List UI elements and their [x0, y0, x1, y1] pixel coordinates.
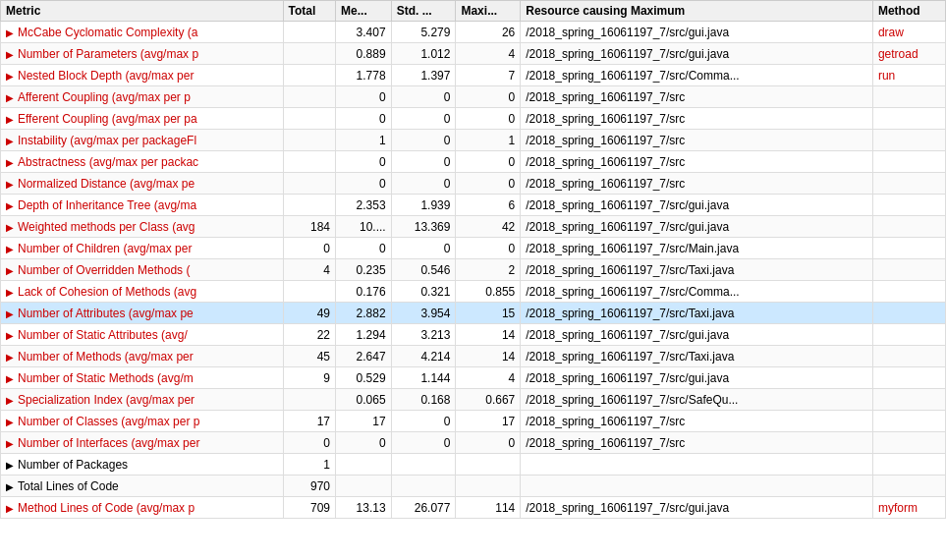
table-row[interactable]: ▶ Number of Classes (avg/max per p171701…: [1, 411, 946, 432]
chevron-icon[interactable]: ▶: [6, 28, 18, 38]
total-cell: 22: [283, 324, 336, 346]
metric-label: Instability (avg/max per packageFl: [18, 134, 196, 147]
total-cell: 0: [283, 238, 336, 259]
table-row[interactable]: ▶ Number of Overridden Methods (40.2350.…: [1, 259, 946, 281]
metric-cell: ▶ Number of Children (avg/max per: [1, 238, 284, 259]
chevron-icon[interactable]: ▶: [6, 92, 18, 103]
table-row[interactable]: ▶ Instability (avg/max per packageFl101/…: [1, 130, 946, 151]
mean-cell: 0.529: [336, 367, 392, 389]
std-cell: 0: [391, 238, 456, 259]
metric-label: Total Lines of Code: [18, 479, 119, 493]
table-row[interactable]: ▶ Lack of Cohesion of Methods (avg0.1760…: [1, 281, 946, 303]
total-cell: [283, 281, 336, 303]
chevron-icon[interactable]: ▶: [6, 352, 18, 363]
max-cell: 14: [456, 346, 521, 367]
chevron-icon[interactable]: ▶: [6, 481, 18, 492]
table-row[interactable]: ▶ Nested Block Depth (avg/max per1.7781.…: [1, 65, 946, 86]
col-header-resource[interactable]: Resource causing Maximum: [521, 1, 873, 22]
table-row[interactable]: ▶ Weighted methods per Class (avg18410..…: [1, 216, 946, 238]
method-cell: [872, 432, 945, 454]
mean-cell: 0: [336, 108, 392, 130]
method-cell: [872, 389, 945, 411]
chevron-icon[interactable]: ▶: [6, 417, 18, 427]
method-cell: [872, 151, 945, 173]
metric-cell: ▶ Number of Attributes (avg/max pe: [1, 303, 284, 324]
table-row[interactable]: ▶ Number of Static Methods (avg/m90.5291…: [1, 367, 946, 389]
metric-cell: ▶ Number of Packages: [1, 454, 284, 476]
max-cell: 14: [456, 324, 521, 346]
mean-cell: 0: [336, 151, 392, 173]
table-row[interactable]: ▶ Method Lines of Code (avg/max p70913.1…: [1, 497, 946, 519]
table-row[interactable]: ▶ Total Lines of Code970: [1, 476, 946, 497]
resource-cell: /2018_spring_16061197_7/src: [521, 130, 873, 151]
metric-label: Number of Static Attributes (avg/: [18, 328, 188, 342]
chevron-icon[interactable]: ▶: [6, 265, 18, 276]
resource-cell: /2018_spring_16061197_7/src/gui.java: [521, 195, 873, 216]
chevron-icon[interactable]: ▶: [6, 71, 18, 82]
metric-cell: ▶ Normalized Distance (avg/max pe: [1, 173, 284, 195]
metric-cell: ▶ Depth of Inheritance Tree (avg/ma: [1, 195, 284, 216]
table-row[interactable]: ▶ Depth of Inheritance Tree (avg/ma2.353…: [1, 195, 946, 216]
resource-cell: /2018_spring_16061197_7/src: [521, 411, 873, 432]
std-cell: [391, 476, 456, 497]
chevron-icon[interactable]: ▶: [6, 157, 18, 168]
chevron-icon[interactable]: ▶: [6, 330, 18, 341]
mean-cell: [336, 454, 392, 476]
std-cell: 0.546: [391, 259, 456, 281]
table-row[interactable]: ▶ Efferent Coupling (avg/max per pa000/2…: [1, 108, 946, 130]
mean-cell: 1: [336, 130, 392, 151]
chevron-icon[interactable]: ▶: [6, 244, 18, 254]
std-cell: 1.939: [391, 195, 456, 216]
resource-cell: /2018_spring_16061197_7/src: [521, 108, 873, 130]
chevron-icon[interactable]: ▶: [6, 136, 18, 146]
col-header-metric[interactable]: Metric: [1, 1, 284, 22]
max-cell: 0.855: [456, 281, 521, 303]
mean-cell: 17: [336, 411, 392, 432]
chevron-icon[interactable]: ▶: [6, 179, 18, 190]
table-row[interactable]: ▶ Number of Attributes (avg/max pe492.88…: [1, 303, 946, 324]
chevron-icon[interactable]: ▶: [6, 373, 18, 384]
col-header-max[interactable]: Maxi...: [456, 1, 521, 22]
total-cell: [283, 108, 336, 130]
std-cell: 0: [391, 151, 456, 173]
table-row[interactable]: ▶ Number of Parameters (avg/max p0.8891.…: [1, 43, 946, 65]
table-row[interactable]: ▶ Number of Interfaces (avg/max per0000/…: [1, 432, 946, 454]
col-header-method[interactable]: Method: [872, 1, 945, 22]
col-header-mean[interactable]: Me...: [336, 1, 392, 22]
table-row[interactable]: ▶ Normalized Distance (avg/max pe000/201…: [1, 173, 946, 195]
total-cell: 184: [283, 216, 336, 238]
chevron-icon[interactable]: ▶: [6, 308, 18, 319]
resource-cell: /2018_spring_16061197_7/src: [521, 86, 873, 108]
chevron-icon[interactable]: ▶: [6, 114, 18, 125]
chevron-icon[interactable]: ▶: [6, 438, 18, 449]
table-row[interactable]: ▶ Abstractness (avg/max per packac000/20…: [1, 151, 946, 173]
mean-cell: 13.13: [336, 497, 392, 519]
table-row[interactable]: ▶ Number of Children (avg/max per0000/20…: [1, 238, 946, 259]
chevron-icon[interactable]: ▶: [6, 503, 18, 514]
table-row[interactable]: ▶ Afferent Coupling (avg/max per p000/20…: [1, 86, 946, 108]
table-row[interactable]: ▶ Number of Methods (avg/max per452.6474…: [1, 346, 946, 367]
table-row[interactable]: ▶ McCabe Cyclomatic Complexity (a3.4075.…: [1, 22, 946, 43]
col-header-std[interactable]: Std. ...: [391, 1, 456, 22]
col-header-total[interactable]: Total: [283, 1, 336, 22]
chevron-icon[interactable]: ▶: [6, 395, 18, 406]
chevron-icon[interactable]: ▶: [6, 222, 18, 233]
method-cell: [872, 476, 945, 497]
table-row[interactable]: ▶ Number of Packages1: [1, 454, 946, 476]
table-row[interactable]: ▶ Specialization Index (avg/max per0.065…: [1, 389, 946, 411]
max-cell: 0: [456, 432, 521, 454]
metric-label: Number of Static Methods (avg/m: [18, 371, 194, 385]
table-row[interactable]: ▶ Number of Static Attributes (avg/221.2…: [1, 324, 946, 346]
chevron-icon[interactable]: ▶: [6, 49, 18, 60]
max-cell: 0.667: [456, 389, 521, 411]
max-cell: 26: [456, 22, 521, 43]
total-cell: [283, 389, 336, 411]
std-cell: 0: [391, 411, 456, 432]
resource-cell: /2018_spring_16061197_7/src/gui.java: [521, 367, 873, 389]
metric-label: Method Lines of Code (avg/max p: [18, 501, 195, 515]
chevron-icon[interactable]: ▶: [6, 200, 18, 211]
mean-cell: 2.882: [336, 303, 392, 324]
metric-label: Abstractness (avg/max per packac: [18, 155, 198, 169]
chevron-icon[interactable]: ▶: [6, 287, 18, 298]
chevron-icon[interactable]: ▶: [6, 460, 18, 471]
